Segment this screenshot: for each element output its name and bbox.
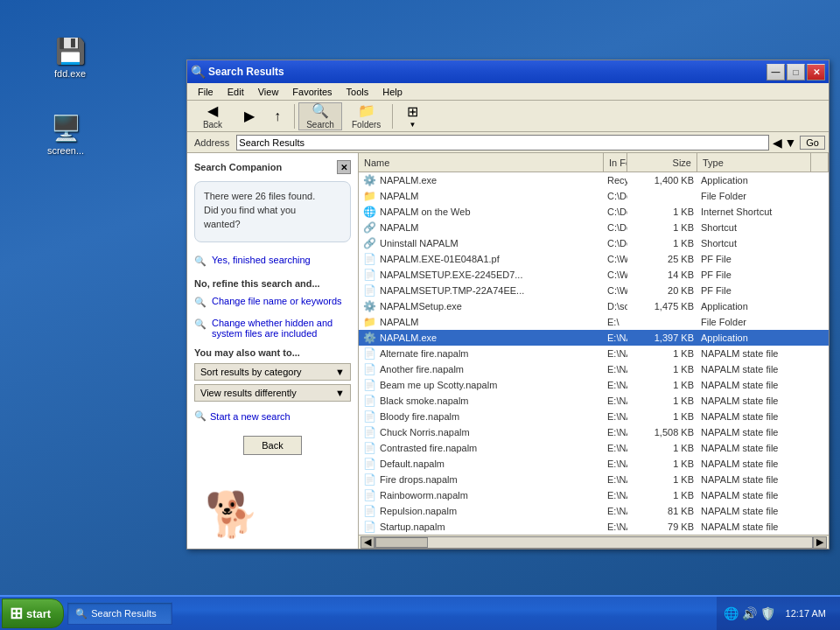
view-option[interactable]: View results differently ▼ <box>194 384 351 402</box>
file-size-cell: 1 KB <box>627 487 697 503</box>
table-row[interactable]: 📄 Black smoke.napalm E:\NAPALM\Data 1 KB… <box>359 393 829 409</box>
file-name-cell: 📄 Fire drops.napalm <box>359 472 604 487</box>
file-type-icon: ⚙️ <box>362 299 376 313</box>
horizontal-scrollbar[interactable]: ◀ ▶ <box>359 535 829 549</box>
menu-view[interactable]: View <box>251 85 286 99</box>
search-results-window: 🔍 Search Results — □ ✕ File Edit View Fa… <box>186 60 830 550</box>
address-back-icon[interactable]: ◀ <box>773 136 782 150</box>
table-row[interactable]: 📄 Chuck Norris.napalm E:\NAPALM\Data 1,5… <box>359 424 829 440</box>
new-search-option[interactable]: 🔍 Start a new search <box>194 410 351 422</box>
go-button[interactable]: Go <box>800 136 825 150</box>
close-button[interactable]: ✕ <box>807 64 825 80</box>
search-button[interactable]: 🔍 Search <box>298 102 342 130</box>
maximize-button[interactable]: □ <box>787 64 805 80</box>
file-name-cell: 📄 Chuck Norris.napalm <box>359 424 604 440</box>
table-row[interactable]: 🌐 NAPALM on the Web C:\Documents and Set… <box>359 204 829 220</box>
col-header-name[interactable]: Name <box>359 153 604 172</box>
file-type-icon: 📄 <box>362 378 376 392</box>
file-size-cell <box>627 188 697 204</box>
table-row[interactable]: 🔗 NAPALM C:\Documents and Settings\All U… <box>359 220 829 235</box>
minimize-button[interactable]: — <box>766 64 785 80</box>
back-button[interactable]: ◀ Back <box>191 102 234 130</box>
file-size-cell: 20 KB <box>627 283 697 298</box>
table-row[interactable]: 📄 Fire drops.napalm E:\NAPALM\Data 1 KB … <box>359 472 829 487</box>
file-type-cell: File Folder <box>697 188 811 204</box>
file-type-cell: Application <box>697 172 811 188</box>
table-row[interactable]: 📄 Contrasted fire.napalm E:\NAPALM\Data … <box>359 440 829 456</box>
table-row[interactable]: 📄 NAPALMSETUP.EXE-2245ED7... C:\WINDOWS\… <box>359 267 829 283</box>
file-type-icon: 📄 <box>362 441 376 455</box>
file-type-icon: 🌐 <box>362 205 376 219</box>
desktop-icon-screen[interactable]: 🖥️ screen... <box>35 112 96 156</box>
back-button-panel[interactable]: Back <box>243 436 301 455</box>
views-icon: ⊞ <box>407 103 418 120</box>
menu-favorites[interactable]: Favorites <box>285 85 339 99</box>
table-row[interactable]: 🔗 Uninstall NAPALM C:\Documents and Sett… <box>359 235 829 251</box>
taskbar-item-label: Search Results <box>91 608 157 619</box>
taskbar-item-icon: 🔍 <box>75 608 88 620</box>
scroll-right[interactable]: ▶ <box>813 536 827 549</box>
menu-tools[interactable]: Tools <box>340 85 376 99</box>
table-row[interactable]: 📁 NAPALM E:\ File Folder <box>359 314 829 330</box>
table-row[interactable]: 📄 Rainboworm.napalm E:\NAPALM\Data 1 KB … <box>359 487 829 503</box>
file-type-cell: NAPALM state file <box>697 409 811 424</box>
table-row[interactable]: 📄 NAPALMSETUP.TMP-22A74EE... C:\WINDOWS\… <box>359 283 829 298</box>
col-header-folder[interactable]: In Folder <box>604 153 627 172</box>
file-type-cell: Shortcut <box>697 235 811 251</box>
menu-help[interactable]: Help <box>375 85 410 99</box>
forward-icon: ▶ <box>244 108 255 124</box>
col-header-type[interactable]: Type <box>697 153 811 172</box>
table-row[interactable]: 📄 Repulsion.napalm E:\NAPALM\Data 81 KB … <box>359 503 829 519</box>
table-row[interactable]: 📄 Startup.napalm E:\NAPALM\Data 79 KB NA… <box>359 519 829 535</box>
tray-network-icon[interactable]: 🌐 <box>724 606 738 620</box>
scroll-left[interactable]: ◀ <box>360 536 374 549</box>
change-hidden-option[interactable]: 🔍 Change whether hidden and system files… <box>194 318 351 339</box>
file-extra-cell <box>811 393 829 409</box>
folders-button[interactable]: 📁 Folders <box>344 102 388 130</box>
table-row[interactable]: ⚙️ NAPALM.exe E:\NAPALM 1,397 KB Applica… <box>359 330 829 346</box>
forward-button[interactable]: ▶ <box>236 102 262 130</box>
address-dropdown-icon[interactable]: ▼ <box>784 136 796 150</box>
new-search-icon: 🔍 <box>194 410 206 422</box>
change-name-option[interactable]: 🔍 Change file name or keywords <box>194 296 351 311</box>
table-row[interactable]: 📄 Another fire.napalm E:\NAPALM\Data 1 K… <box>359 361 829 377</box>
file-list[interactable]: ⚙️ NAPALM.exe Recycle Bin 1,400 KB Appli… <box>359 172 829 535</box>
table-row[interactable]: 📄 Alternate fire.napalm E:\NAPALM\Data 1… <box>359 346 829 361</box>
hscroll-thumb[interactable] <box>375 537 428 548</box>
file-size-cell: 1 KB <box>627 235 697 251</box>
tray-security-icon[interactable]: 🛡️ <box>760 606 775 620</box>
menu-edit[interactable]: Edit <box>220 85 251 99</box>
address-input[interactable] <box>236 135 769 150</box>
file-type-cell: NAPALM state file <box>697 361 811 377</box>
yes-option[interactable]: 🔍 Yes, finished searching <box>194 255 351 270</box>
col-header-size[interactable]: Size <box>627 153 697 172</box>
file-size-cell: 1 KB <box>627 440 697 456</box>
table-row[interactable]: 📄 Bloody fire.napalm E:\NAPALM\Data 1 KB… <box>359 409 829 424</box>
folders-label: Folders <box>352 120 381 130</box>
bubble-line1: There were 26 files found. <box>204 191 341 201</box>
up-button[interactable]: ↑ <box>264 102 290 130</box>
table-row[interactable]: ⚙️ NAPALM.exe Recycle Bin 1,400 KB Appli… <box>359 172 829 188</box>
desktop-icon-fdd[interactable]: 💾 fdd.exe <box>39 35 101 79</box>
table-row[interactable]: ⚙️ NAPALMSetup.exe D:\softwares 1,475 KB… <box>359 298 829 314</box>
file-folder-cell: Recycle Bin <box>604 172 627 188</box>
file-type-icon: ⚙️ <box>362 173 376 187</box>
views-button[interactable]: ⊞ ▼ <box>396 102 428 130</box>
search-panel-close-button[interactable]: ✕ <box>337 160 351 174</box>
file-size-cell: 25 KB <box>627 251 697 267</box>
taskbar-item-search[interactable]: 🔍 Search Results <box>67 602 172 625</box>
menu-file[interactable]: File <box>191 85 220 99</box>
back-label: Back <box>203 120 222 130</box>
hscroll-track[interactable] <box>374 536 813 549</box>
file-extra-cell <box>811 314 829 330</box>
start-button[interactable]: ⊞ start <box>2 598 64 628</box>
tray-sound-icon[interactable]: 🔊 <box>742 606 757 620</box>
table-row[interactable]: 📄 Beam me up Scotty.napalm E:\NAPALM\Dat… <box>359 377 829 393</box>
table-row[interactable]: 📄 Default.napalm E:\NAPALM\Data 1 KB NAP… <box>359 456 829 472</box>
toolbar-sep-1 <box>294 104 295 129</box>
table-row[interactable]: 📁 NAPALM C:\Documents and Settings\All U… <box>359 188 829 204</box>
file-extra-cell <box>811 503 829 519</box>
file-type-cell: NAPALM state file <box>697 346 811 361</box>
sort-option[interactable]: Sort results by category ▼ <box>194 363 351 381</box>
table-row[interactable]: 📄 NAPALM.EXE-01E048A1.pf C:\WINDOWS\Pref… <box>359 251 829 267</box>
